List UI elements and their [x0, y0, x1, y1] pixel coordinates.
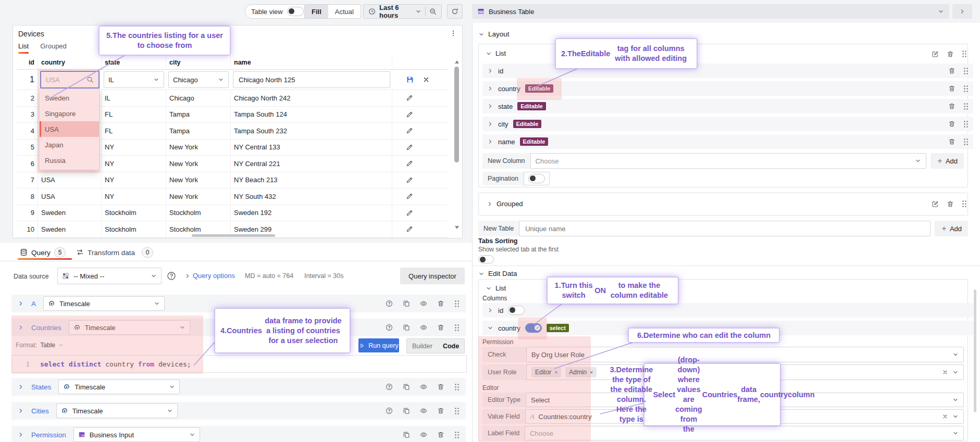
- duplicate-icon[interactable]: [403, 407, 410, 414]
- role-tag-admin[interactable]: Admin ×: [565, 367, 597, 377]
- delete-query-icon[interactable]: [437, 383, 444, 390]
- delete-query-icon[interactable]: [437, 431, 444, 438]
- query-datasource-select[interactable]: Timescale: [69, 320, 190, 335]
- query-name[interactable]: Permission: [31, 431, 66, 439]
- clear-icon[interactable]: [942, 413, 948, 420]
- help-icon[interactable]: [386, 300, 393, 307]
- new-column-select[interactable]: Choose: [530, 153, 926, 169]
- edit-row-icon[interactable]: [406, 193, 413, 200]
- country-editable-toggle[interactable]: [525, 323, 542, 333]
- sql-editor[interactable]: 1 select distinct country from devices;: [11, 355, 467, 373]
- duplicate-icon[interactable]: [403, 383, 410, 390]
- section-edit-data[interactable]: Edit Data: [478, 270, 517, 277]
- edit-data-column-id[interactable]: id: [482, 303, 973, 318]
- delete-table-icon[interactable]: [947, 200, 954, 208]
- col-header-name[interactable]: name: [231, 56, 392, 69]
- zoom-out-icon[interactable]: [429, 8, 437, 15]
- chevron-right-icon[interactable]: [18, 300, 24, 307]
- duplicate-icon[interactable]: [403, 431, 410, 438]
- drag-handle-icon[interactable]: [963, 103, 969, 110]
- col-header-city[interactable]: city: [166, 56, 231, 69]
- city-select[interactable]: Chicago: [168, 71, 229, 88]
- fill-option[interactable]: Fill: [305, 5, 328, 18]
- cancel-edit-icon[interactable]: [423, 76, 430, 83]
- tab-grouped[interactable]: Grouped: [40, 42, 67, 54]
- delete-table-icon[interactable]: [947, 50, 954, 58]
- drag-handle-icon[interactable]: [454, 431, 460, 439]
- drag-handle-icon[interactable]: [454, 383, 460, 391]
- dropdown-option[interactable]: Singapore: [40, 106, 99, 121]
- hide-response-icon[interactable]: [420, 431, 427, 438]
- query-name[interactable]: States: [31, 383, 51, 391]
- builder-option[interactable]: Builder: [407, 343, 438, 350]
- layout-list-header[interactable]: List: [486, 49, 506, 57]
- dropdown-option[interactable]: Sweden: [40, 90, 99, 106]
- country-search-input[interactable]: [45, 75, 84, 84]
- layout-column-city[interactable]: city Editable: [482, 117, 973, 131]
- tab-transform-data[interactable]: Transform data: [88, 249, 135, 257]
- help-icon[interactable]: [386, 324, 393, 331]
- query-datasource-select[interactable]: Timescale: [43, 296, 165, 311]
- query-inspector-button[interactable]: Query inspector: [400, 268, 465, 284]
- layout-grouped-header[interactable]: Grouped: [487, 200, 523, 208]
- scroll-down-arrow[interactable]: [455, 226, 459, 229]
- role-tag-editor[interactable]: Editor ×: [531, 367, 561, 377]
- add-table-button[interactable]: Add: [935, 221, 968, 236]
- chevron-right-icon[interactable]: [18, 432, 24, 438]
- run-query-button[interactable]: Run query: [358, 338, 399, 352]
- help-icon[interactable]: [386, 383, 393, 390]
- rename-table-icon[interactable]: [932, 50, 939, 58]
- query-name[interactable]: Cities: [31, 407, 49, 415]
- pagination-toggle[interactable]: [528, 174, 545, 183]
- delete-column-icon[interactable]: [948, 138, 956, 145]
- panel-menu-icon[interactable]: [450, 30, 457, 37]
- datasource-help-icon[interactable]: [167, 271, 176, 281]
- id-editable-toggle[interactable]: [508, 306, 525, 315]
- options-pane-scrollbar[interactable]: [974, 289, 976, 412]
- chevron-right-icon[interactable]: [18, 408, 24, 414]
- tab-list[interactable]: List: [18, 42, 29, 54]
- query-datasource-select[interactable]: Timescale: [58, 380, 180, 394]
- drag-handle-icon[interactable]: [963, 67, 969, 75]
- drag-handle-icon[interactable]: [963, 138, 969, 146]
- refresh-button[interactable]: [447, 4, 463, 19]
- col-header-id[interactable]: id: [17, 56, 38, 69]
- delete-column-icon[interactable]: [948, 85, 956, 92]
- edit-row-icon[interactable]: [406, 144, 413, 151]
- duplicate-icon[interactable]: [403, 300, 410, 307]
- edit-row-icon[interactable]: [406, 225, 413, 233]
- delete-query-icon[interactable]: [437, 324, 444, 331]
- horizontal-scrollbar[interactable]: [192, 234, 275, 237]
- tab-query[interactable]: Query: [31, 249, 51, 257]
- drag-handle-icon[interactable]: [454, 300, 460, 308]
- drag-handle-icon[interactable]: [963, 85, 969, 93]
- tabs-sorting-toggle[interactable]: [478, 255, 494, 263]
- edit-data-list-header[interactable]: List: [486, 284, 506, 292]
- vertical-scrollbar[interactable]: [454, 67, 459, 162]
- visualization-picker[interactable]: Business Table: [472, 4, 949, 19]
- dropdown-option[interactable]: Russia: [40, 153, 99, 168]
- layout-column-name[interactable]: name Editable: [482, 134, 973, 149]
- edit-row-icon[interactable]: [406, 94, 413, 102]
- query-datasource-select[interactable]: Timescale: [56, 403, 178, 418]
- section-layout[interactable]: Layout: [478, 30, 510, 38]
- add-column-button[interactable]: Add: [931, 153, 964, 169]
- rename-table-icon[interactable]: [932, 200, 939, 208]
- drag-handle-icon[interactable]: [962, 200, 967, 208]
- datasource-select[interactable]: -- Mixed --: [57, 268, 162, 284]
- query-name[interactable]: A: [31, 300, 36, 308]
- col-header-state[interactable]: state: [102, 56, 166, 69]
- duplicate-icon[interactable]: [403, 324, 410, 331]
- delete-column-icon[interactable]: [948, 120, 956, 128]
- delete-column-icon[interactable]: [948, 67, 956, 74]
- label-field-select[interactable]: Choose: [525, 426, 964, 440]
- delete-column-icon[interactable]: [948, 103, 956, 110]
- drag-handle-icon[interactable]: [962, 50, 967, 58]
- help-icon[interactable]: [386, 407, 393, 414]
- scroll-up-arrow[interactable]: [455, 60, 459, 64]
- new-table-input[interactable]: [524, 224, 925, 233]
- format-value[interactable]: Table: [40, 342, 55, 349]
- query-name[interactable]: Countries: [31, 324, 61, 332]
- drag-handle-icon[interactable]: [454, 324, 460, 332]
- state-select[interactable]: IL: [104, 71, 164, 88]
